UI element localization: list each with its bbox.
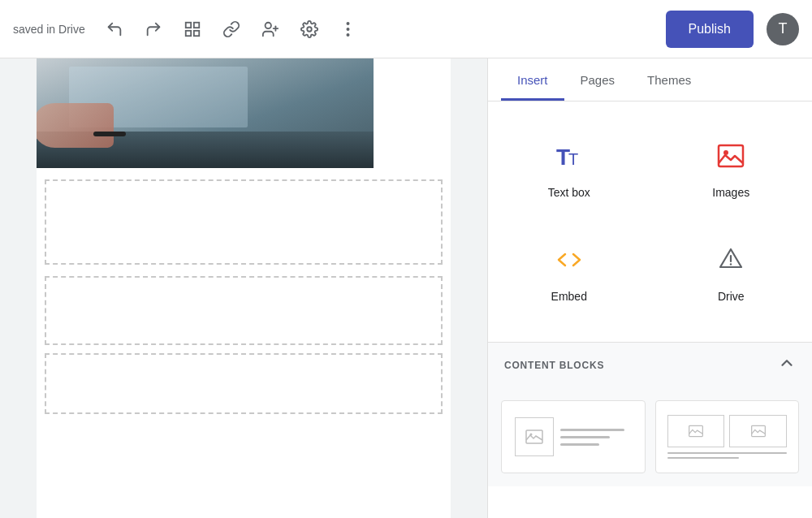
svg-point-7 bbox=[307, 27, 312, 32]
more-options-button[interactable] bbox=[332, 13, 365, 45]
drive-icon bbox=[715, 244, 746, 282]
link-button[interactable] bbox=[215, 13, 248, 45]
undo-button[interactable] bbox=[98, 13, 131, 45]
textbox-label: Text box bbox=[548, 186, 590, 199]
svg-point-4 bbox=[265, 22, 270, 28]
block2-image-1 bbox=[667, 415, 725, 447]
block1-image-placeholder bbox=[515, 417, 554, 456]
block1-line-3 bbox=[560, 443, 599, 446]
insert-textbox[interactable]: T T Text box bbox=[498, 121, 641, 218]
svg-rect-2 bbox=[185, 30, 190, 35]
gear-icon bbox=[300, 20, 318, 38]
tab-themes[interactable]: Themes bbox=[631, 58, 707, 101]
svg-rect-0 bbox=[185, 22, 190, 27]
view-toggle-icon bbox=[184, 20, 201, 38]
block2-text-lines bbox=[667, 452, 788, 459]
svg-point-19 bbox=[530, 434, 533, 436]
settings-button[interactable] bbox=[293, 13, 326, 45]
block2-line-2 bbox=[667, 457, 740, 459]
block2-image-2 bbox=[729, 415, 787, 447]
laptop-image bbox=[37, 58, 374, 168]
insert-drive[interactable]: Drive bbox=[660, 225, 803, 322]
dashed-section-2 bbox=[45, 276, 443, 345]
block2-line-1 bbox=[667, 452, 788, 454]
dashed-section-3 bbox=[45, 353, 443, 414]
redo-button[interactable] bbox=[137, 13, 170, 45]
panel-tabs: Insert Pages Themes bbox=[488, 58, 812, 101]
svg-point-8 bbox=[347, 22, 350, 25]
page-container bbox=[37, 58, 451, 518]
tab-insert[interactable]: Insert bbox=[501, 58, 564, 101]
embed-icon bbox=[554, 244, 585, 282]
view-toggle-button[interactable] bbox=[176, 13, 209, 45]
publish-button[interactable]: Publish bbox=[666, 11, 754, 48]
svg-rect-13 bbox=[719, 145, 743, 166]
content-blocks-title: CONTENT BLOCKS bbox=[504, 360, 604, 371]
chevron-up-icon[interactable] bbox=[778, 354, 796, 376]
drive-label: Drive bbox=[718, 290, 745, 303]
content-block-2[interactable] bbox=[655, 400, 800, 473]
canvas-area bbox=[0, 58, 487, 518]
avatar[interactable]: T bbox=[767, 13, 799, 45]
add-person-icon bbox=[261, 20, 279, 38]
right-panel: Insert Pages Themes T T Text box bbox=[487, 58, 812, 518]
svg-point-9 bbox=[347, 28, 350, 31]
dashed-section-1 bbox=[45, 179, 443, 265]
block1-line-2 bbox=[560, 436, 610, 438]
link-icon bbox=[222, 20, 240, 38]
tab-pages[interactable]: Pages bbox=[564, 58, 632, 101]
block1-line-1 bbox=[560, 429, 624, 431]
toolbar: saved in Drive bbox=[0, 0, 812, 58]
embed-label: Embed bbox=[551, 290, 587, 303]
svg-rect-3 bbox=[194, 30, 199, 35]
undo-icon bbox=[106, 20, 123, 38]
add-collaborator-button[interactable] bbox=[254, 13, 287, 45]
content-blocks-grid bbox=[488, 387, 812, 486]
svg-point-17 bbox=[730, 263, 732, 265]
main-area: Insert Pages Themes T T Text box bbox=[0, 58, 812, 518]
more-vert-icon bbox=[346, 20, 350, 38]
svg-point-14 bbox=[723, 150, 728, 155]
saved-status: saved in Drive bbox=[13, 23, 85, 36]
svg-point-10 bbox=[347, 33, 350, 37]
insert-grid: T T Text box Images bbox=[488, 101, 812, 342]
insert-embed[interactable]: Embed bbox=[498, 225, 641, 322]
images-icon bbox=[715, 140, 746, 178]
hand-element bbox=[37, 103, 114, 148]
content-blocks-header: CONTENT BLOCKS bbox=[488, 342, 812, 387]
svg-rect-1 bbox=[194, 22, 199, 27]
block1-text-lines bbox=[560, 429, 632, 446]
images-label: Images bbox=[712, 186, 749, 199]
svg-text:T: T bbox=[568, 150, 578, 168]
block2-images bbox=[667, 415, 788, 447]
insert-images[interactable]: Images bbox=[660, 121, 803, 218]
content-block-1[interactable] bbox=[501, 400, 646, 473]
textbox-icon: T T bbox=[554, 140, 585, 178]
redo-icon bbox=[145, 20, 162, 38]
